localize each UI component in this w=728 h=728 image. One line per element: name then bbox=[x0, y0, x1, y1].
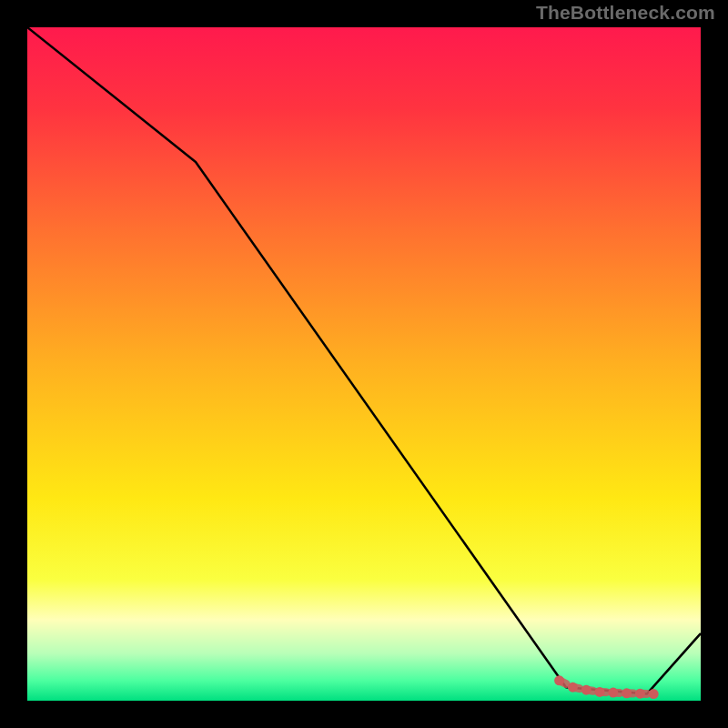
svg-line-1 bbox=[572, 687, 579, 688]
attribution-label: TheBottleneck.com bbox=[536, 2, 715, 24]
optimal-range-point bbox=[649, 689, 659, 699]
svg-line-2 bbox=[586, 690, 592, 691]
gradient-background bbox=[27, 27, 701, 701]
svg-line-0 bbox=[560, 681, 566, 684]
plot-area bbox=[27, 27, 701, 701]
bottleneck-chart bbox=[27, 27, 701, 701]
chart-container: TheBottleneck.com bbox=[0, 0, 728, 728]
